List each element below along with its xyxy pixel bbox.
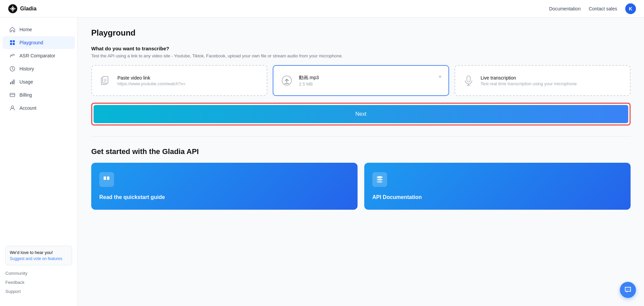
next-button-wrapper: Next	[91, 103, 631, 125]
sidebar-nav: Home Playground	[0, 23, 77, 240]
asr-icon	[9, 53, 15, 59]
sidebar-footer: We'd love to hear you! Suggest and vote …	[0, 240, 77, 301]
upload-icon	[280, 74, 293, 87]
paste-link-text: Paste video link https://www.youtube.com…	[117, 75, 185, 86]
live-transcription-text: Live transcription Test real time transc…	[481, 75, 577, 86]
api-docs-card[interactable]: API Documentation	[364, 163, 631, 210]
usage-icon	[9, 79, 15, 85]
svg-rect-14	[10, 93, 15, 97]
quickstart-card[interactable]: Read the quickstart guide	[91, 163, 358, 210]
support-link[interactable]: Support	[5, 288, 72, 295]
svg-rect-7	[13, 40, 15, 42]
page-title: Playground	[91, 28, 631, 38]
feedback-link[interactable]: Suggest and vote on features	[10, 256, 68, 261]
sidebar-item-account[interactable]: Account	[3, 102, 75, 114]
svg-rect-18	[103, 76, 108, 83]
billing-icon	[9, 92, 15, 98]
history-icon	[9, 66, 15, 72]
avatar[interactable]: K	[625, 3, 636, 14]
section-divider	[91, 136, 631, 137]
quickstart-label: Read the quickstart guide	[99, 194, 350, 200]
svg-point-30	[377, 181, 383, 183]
paste-link-subtitle: https://www.youtube.com/watch?v=	[117, 81, 185, 86]
svg-rect-8	[10, 43, 12, 45]
api-docs-icon	[372, 172, 387, 187]
layout: Home Playground	[0, 17, 644, 306]
option-paste-link[interactable]: Paste video link https://www.youtube.com…	[91, 65, 267, 96]
svg-point-16	[11, 106, 14, 108]
topnav: Gladia Documentation Contact sales K	[0, 0, 644, 17]
svg-point-31	[627, 289, 627, 290]
gladia-logo-icon	[8, 4, 17, 13]
feedback-box: We'd love to hear you! Suggest and vote …	[5, 246, 72, 265]
live-transcription-title: Live transcription	[481, 75, 577, 81]
paste-link-title: Paste video link	[117, 75, 185, 81]
sidebar-item-asr-comparator[interactable]: ASR Comparator	[3, 49, 75, 62]
sidebar-footer-links: Community Feedback Support	[5, 269, 72, 295]
sidebar-item-account-label: Account	[19, 105, 37, 111]
svg-rect-13	[13, 80, 14, 84]
transcribe-section-desc: Test the API using a link to any video s…	[91, 53, 631, 58]
sidebar-item-history[interactable]: History	[3, 62, 75, 75]
sidebar-item-usage[interactable]: Usage	[3, 75, 75, 88]
svg-rect-27	[107, 176, 109, 180]
upload-file-text: 動画.mp3 2.5 MB	[299, 75, 319, 87]
upload-file-subtitle: 2.5 MB	[299, 82, 319, 87]
brand-name: Gladia	[20, 6, 37, 12]
sidebar-item-asr-label: ASR Comparator	[19, 53, 55, 58]
sidebar-item-history-label: History	[19, 66, 34, 71]
live-transcription-subtitle: Test real time transcription using your …	[481, 81, 577, 86]
transcribe-section-label: What do you want to transcribe?	[91, 46, 631, 51]
contact-sales-link[interactable]: Contact sales	[589, 6, 617, 11]
home-icon	[9, 27, 15, 33]
svg-rect-23	[467, 76, 470, 82]
sidebar-item-billing[interactable]: Billing	[3, 89, 75, 101]
sidebar-item-playground-label: Playground	[19, 40, 43, 45]
upload-close-button[interactable]: ×	[438, 74, 441, 80]
api-docs-label: API Documentation	[372, 194, 623, 200]
documentation-link[interactable]: Documentation	[549, 6, 581, 11]
quickstart-icon	[99, 172, 114, 187]
svg-rect-12	[12, 81, 13, 84]
microphone-icon	[462, 74, 475, 87]
svg-point-28	[377, 176, 383, 178]
svg-rect-9	[13, 43, 15, 45]
svg-point-32	[628, 289, 628, 290]
option-upload-file[interactable]: 動画.mp3 2.5 MB ×	[273, 65, 449, 96]
transcribe-options: Paste video link https://www.youtube.com…	[91, 65, 631, 96]
upload-file-title: 動画.mp3	[299, 75, 319, 81]
sidebar-item-usage-label: Usage	[19, 79, 33, 85]
main-content: Playground What do you want to transcrib…	[78, 17, 644, 306]
get-started-title: Get started with the Gladia API	[91, 147, 631, 156]
sidebar-item-home-label: Home	[19, 27, 32, 32]
topnav-left: Gladia	[8, 4, 37, 13]
account-icon	[9, 105, 15, 111]
sidebar-item-home[interactable]: Home	[3, 23, 75, 36]
svg-point-29	[377, 178, 383, 181]
svg-rect-26	[104, 176, 106, 180]
feedback-footer-link[interactable]: Feedback	[5, 278, 72, 286]
sidebar: Home Playground	[0, 17, 78, 306]
sidebar-item-playground[interactable]: Playground	[3, 36, 75, 49]
option-live-transcription[interactable]: Live transcription Test real time transc…	[454, 65, 631, 96]
svg-point-33	[629, 289, 630, 290]
svg-point-1	[12, 8, 14, 10]
api-cards: Read the quickstart guide API Documentat…	[91, 163, 631, 210]
playground-icon	[9, 40, 15, 46]
chat-button[interactable]	[620, 282, 636, 298]
feedback-title: We'd love to hear you!	[10, 250, 68, 255]
community-link[interactable]: Community	[5, 269, 72, 277]
sidebar-item-billing-label: Billing	[19, 92, 32, 98]
topnav-right: Documentation Contact sales K	[549, 3, 636, 14]
next-button[interactable]: Next	[94, 105, 628, 123]
paste-link-icon	[99, 74, 112, 87]
svg-rect-11	[10, 82, 11, 84]
svg-rect-6	[10, 40, 12, 42]
